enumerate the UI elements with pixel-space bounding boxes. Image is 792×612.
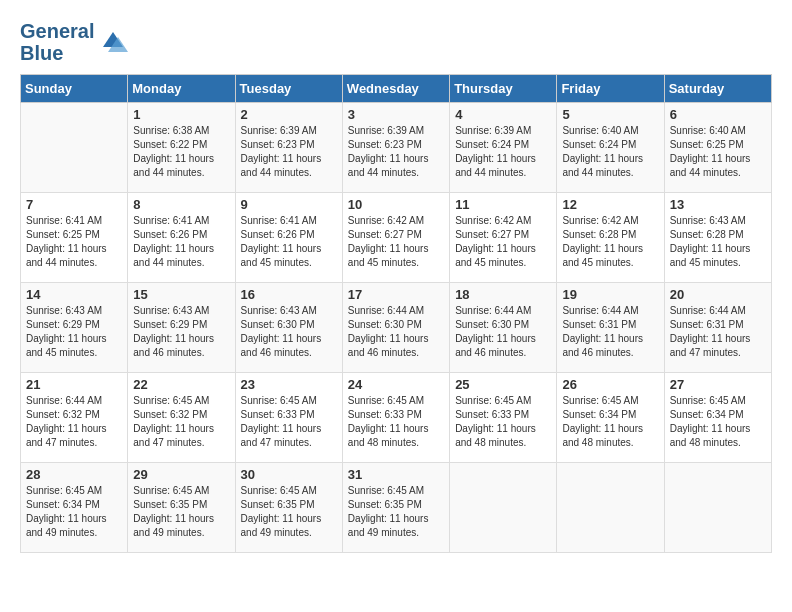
day-number: 19 xyxy=(562,287,658,302)
cell-info: Sunrise: 6:45 AMSunset: 6:33 PMDaylight:… xyxy=(241,394,337,450)
day-number: 15 xyxy=(133,287,229,302)
week-row-5: 28Sunrise: 6:45 AMSunset: 6:34 PMDayligh… xyxy=(21,463,772,553)
calendar-cell: 1Sunrise: 6:38 AMSunset: 6:22 PMDaylight… xyxy=(128,103,235,193)
day-number: 5 xyxy=(562,107,658,122)
calendar-cell: 2Sunrise: 6:39 AMSunset: 6:23 PMDaylight… xyxy=(235,103,342,193)
cell-info: Sunrise: 6:44 AMSunset: 6:30 PMDaylight:… xyxy=(455,304,551,360)
header-row: SundayMondayTuesdayWednesdayThursdayFrid… xyxy=(21,75,772,103)
col-header-monday: Monday xyxy=(128,75,235,103)
logo-icon xyxy=(98,27,128,57)
calendar-cell: 24Sunrise: 6:45 AMSunset: 6:33 PMDayligh… xyxy=(342,373,449,463)
calendar-cell: 11Sunrise: 6:42 AMSunset: 6:27 PMDayligh… xyxy=(450,193,557,283)
calendar-cell: 29Sunrise: 6:45 AMSunset: 6:35 PMDayligh… xyxy=(128,463,235,553)
calendar-cell: 28Sunrise: 6:45 AMSunset: 6:34 PMDayligh… xyxy=(21,463,128,553)
day-number: 8 xyxy=(133,197,229,212)
cell-info: Sunrise: 6:40 AMSunset: 6:24 PMDaylight:… xyxy=(562,124,658,180)
cell-info: Sunrise: 6:43 AMSunset: 6:30 PMDaylight:… xyxy=(241,304,337,360)
day-number: 18 xyxy=(455,287,551,302)
calendar-cell: 26Sunrise: 6:45 AMSunset: 6:34 PMDayligh… xyxy=(557,373,664,463)
day-number: 23 xyxy=(241,377,337,392)
calendar-cell: 19Sunrise: 6:44 AMSunset: 6:31 PMDayligh… xyxy=(557,283,664,373)
cell-info: Sunrise: 6:45 AMSunset: 6:33 PMDaylight:… xyxy=(348,394,444,450)
cell-info: Sunrise: 6:42 AMSunset: 6:27 PMDaylight:… xyxy=(455,214,551,270)
calendar-cell: 15Sunrise: 6:43 AMSunset: 6:29 PMDayligh… xyxy=(128,283,235,373)
day-number: 12 xyxy=(562,197,658,212)
cell-info: Sunrise: 6:45 AMSunset: 6:32 PMDaylight:… xyxy=(133,394,229,450)
cell-info: Sunrise: 6:42 AMSunset: 6:28 PMDaylight:… xyxy=(562,214,658,270)
day-number: 16 xyxy=(241,287,337,302)
calendar-cell: 30Sunrise: 6:45 AMSunset: 6:35 PMDayligh… xyxy=(235,463,342,553)
cell-info: Sunrise: 6:45 AMSunset: 6:33 PMDaylight:… xyxy=(455,394,551,450)
calendar-cell: 23Sunrise: 6:45 AMSunset: 6:33 PMDayligh… xyxy=(235,373,342,463)
calendar-cell: 12Sunrise: 6:42 AMSunset: 6:28 PMDayligh… xyxy=(557,193,664,283)
day-number: 6 xyxy=(670,107,766,122)
day-number: 21 xyxy=(26,377,122,392)
calendar-cell: 31Sunrise: 6:45 AMSunset: 6:35 PMDayligh… xyxy=(342,463,449,553)
col-header-tuesday: Tuesday xyxy=(235,75,342,103)
col-header-wednesday: Wednesday xyxy=(342,75,449,103)
col-header-sunday: Sunday xyxy=(21,75,128,103)
calendar-cell xyxy=(664,463,771,553)
week-row-2: 7Sunrise: 6:41 AMSunset: 6:25 PMDaylight… xyxy=(21,193,772,283)
calendar-cell: 16Sunrise: 6:43 AMSunset: 6:30 PMDayligh… xyxy=(235,283,342,373)
cell-info: Sunrise: 6:45 AMSunset: 6:34 PMDaylight:… xyxy=(670,394,766,450)
calendar-cell: 3Sunrise: 6:39 AMSunset: 6:23 PMDaylight… xyxy=(342,103,449,193)
day-number: 22 xyxy=(133,377,229,392)
day-number: 26 xyxy=(562,377,658,392)
week-row-4: 21Sunrise: 6:44 AMSunset: 6:32 PMDayligh… xyxy=(21,373,772,463)
cell-info: Sunrise: 6:43 AMSunset: 6:29 PMDaylight:… xyxy=(26,304,122,360)
cell-info: Sunrise: 6:39 AMSunset: 6:23 PMDaylight:… xyxy=(241,124,337,180)
page-header: GeneralBlue xyxy=(20,20,772,64)
logo: GeneralBlue xyxy=(20,20,128,64)
day-number: 20 xyxy=(670,287,766,302)
day-number: 3 xyxy=(348,107,444,122)
day-number: 27 xyxy=(670,377,766,392)
day-number: 9 xyxy=(241,197,337,212)
calendar-cell: 5Sunrise: 6:40 AMSunset: 6:24 PMDaylight… xyxy=(557,103,664,193)
calendar-cell: 22Sunrise: 6:45 AMSunset: 6:32 PMDayligh… xyxy=(128,373,235,463)
calendar-cell: 10Sunrise: 6:42 AMSunset: 6:27 PMDayligh… xyxy=(342,193,449,283)
calendar-cell: 4Sunrise: 6:39 AMSunset: 6:24 PMDaylight… xyxy=(450,103,557,193)
cell-info: Sunrise: 6:39 AMSunset: 6:23 PMDaylight:… xyxy=(348,124,444,180)
cell-info: Sunrise: 6:41 AMSunset: 6:26 PMDaylight:… xyxy=(241,214,337,270)
day-number: 10 xyxy=(348,197,444,212)
calendar-cell: 6Sunrise: 6:40 AMSunset: 6:25 PMDaylight… xyxy=(664,103,771,193)
cell-info: Sunrise: 6:45 AMSunset: 6:35 PMDaylight:… xyxy=(241,484,337,540)
cell-info: Sunrise: 6:44 AMSunset: 6:31 PMDaylight:… xyxy=(562,304,658,360)
cell-info: Sunrise: 6:45 AMSunset: 6:34 PMDaylight:… xyxy=(26,484,122,540)
calendar-cell: 13Sunrise: 6:43 AMSunset: 6:28 PMDayligh… xyxy=(664,193,771,283)
day-number: 7 xyxy=(26,197,122,212)
logo-text: GeneralBlue xyxy=(20,20,94,64)
cell-info: Sunrise: 6:43 AMSunset: 6:29 PMDaylight:… xyxy=(133,304,229,360)
calendar-cell: 20Sunrise: 6:44 AMSunset: 6:31 PMDayligh… xyxy=(664,283,771,373)
cell-info: Sunrise: 6:38 AMSunset: 6:22 PMDaylight:… xyxy=(133,124,229,180)
cell-info: Sunrise: 6:44 AMSunset: 6:32 PMDaylight:… xyxy=(26,394,122,450)
calendar-cell: 25Sunrise: 6:45 AMSunset: 6:33 PMDayligh… xyxy=(450,373,557,463)
day-number: 13 xyxy=(670,197,766,212)
cell-info: Sunrise: 6:42 AMSunset: 6:27 PMDaylight:… xyxy=(348,214,444,270)
week-row-1: 1Sunrise: 6:38 AMSunset: 6:22 PMDaylight… xyxy=(21,103,772,193)
day-number: 11 xyxy=(455,197,551,212)
day-number: 25 xyxy=(455,377,551,392)
cell-info: Sunrise: 6:40 AMSunset: 6:25 PMDaylight:… xyxy=(670,124,766,180)
cell-info: Sunrise: 6:45 AMSunset: 6:35 PMDaylight:… xyxy=(348,484,444,540)
cell-info: Sunrise: 6:45 AMSunset: 6:35 PMDaylight:… xyxy=(133,484,229,540)
day-number: 2 xyxy=(241,107,337,122)
cell-info: Sunrise: 6:41 AMSunset: 6:25 PMDaylight:… xyxy=(26,214,122,270)
col-header-saturday: Saturday xyxy=(664,75,771,103)
calendar-cell: 14Sunrise: 6:43 AMSunset: 6:29 PMDayligh… xyxy=(21,283,128,373)
calendar-cell xyxy=(450,463,557,553)
calendar-cell: 8Sunrise: 6:41 AMSunset: 6:26 PMDaylight… xyxy=(128,193,235,283)
cell-info: Sunrise: 6:39 AMSunset: 6:24 PMDaylight:… xyxy=(455,124,551,180)
day-number: 29 xyxy=(133,467,229,482)
calendar-cell xyxy=(21,103,128,193)
cell-info: Sunrise: 6:41 AMSunset: 6:26 PMDaylight:… xyxy=(133,214,229,270)
calendar-cell: 9Sunrise: 6:41 AMSunset: 6:26 PMDaylight… xyxy=(235,193,342,283)
calendar-cell: 27Sunrise: 6:45 AMSunset: 6:34 PMDayligh… xyxy=(664,373,771,463)
calendar-table: SundayMondayTuesdayWednesdayThursdayFrid… xyxy=(20,74,772,553)
day-number: 31 xyxy=(348,467,444,482)
day-number: 4 xyxy=(455,107,551,122)
day-number: 17 xyxy=(348,287,444,302)
cell-info: Sunrise: 6:44 AMSunset: 6:30 PMDaylight:… xyxy=(348,304,444,360)
week-row-3: 14Sunrise: 6:43 AMSunset: 6:29 PMDayligh… xyxy=(21,283,772,373)
